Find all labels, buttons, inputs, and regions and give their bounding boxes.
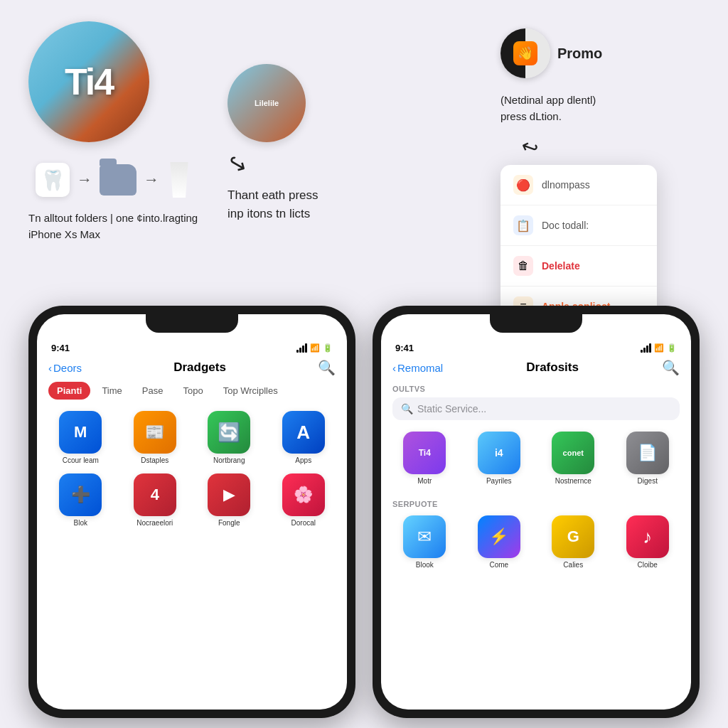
- nav-bar-right: ‹ Remomal Drafosits 🔍: [381, 356, 691, 382]
- phone-right: 9:41 📶 🔋 ‹ Remomal: [373, 306, 700, 718]
- back-button-right[interactable]: ‹ Remomal: [392, 362, 443, 374]
- app-label-come: Come: [489, 561, 508, 569]
- app-icon-ccour: M: [59, 411, 102, 454]
- app-grid-right-row2: ✉ Blook ⚡ Come G Calies ♪ Cloibe: [381, 510, 691, 575]
- notch-right: [490, 314, 582, 333]
- app-label-nostnernce: Nostnernce: [555, 477, 592, 486]
- app-icon-motr: Ti4: [403, 432, 446, 474]
- small-avatar-circle: Lilelile: [228, 64, 306, 142]
- app-item-dstaples[interactable]: 📰 Dstaples: [123, 411, 188, 465]
- folder-icon: [100, 164, 136, 196]
- phone-right-screen: 9:41 📶 🔋 ‹ Remomal: [381, 314, 691, 710]
- app-item-ccour[interactable]: M Ccour leam: [48, 411, 113, 465]
- notch-left: [146, 314, 238, 333]
- app-label-blook: Blook: [416, 561, 434, 569]
- app-label-nortbrang: Nortbrang: [213, 456, 245, 465]
- context-label-2: Doc todall:: [542, 220, 589, 231]
- app-icon-dstaples: 📰: [134, 411, 176, 454]
- section-label-bottom: SERPUOTE: [381, 497, 691, 510]
- arrow-icon2: →: [144, 171, 159, 189]
- top-section: Ti4 🦷 → → Tn alltout folders | one ¢into…: [0, 0, 728, 306]
- app-label-motr: Motr: [417, 477, 432, 486]
- app-icon-cloibe: ♪: [626, 515, 669, 558]
- section-label-top: OULTVS: [381, 382, 691, 395]
- avatar-area: Ti4 🦷 → → Tn alltout folders | one ¢into…: [28, 21, 213, 242]
- search-magnifier: 🔍: [401, 403, 413, 414]
- wifi-icon-right: 📶: [654, 343, 664, 353]
- app-item-fongle[interactable]: ▶ Fongle: [197, 473, 262, 528]
- app-icon-nocraeelori: 4: [134, 473, 176, 516]
- time-right: 9:41: [395, 343, 414, 353]
- avatar-label: Ti4: [65, 60, 113, 103]
- app-item-nocraeelori[interactable]: 4 Nocraeelori: [123, 473, 188, 528]
- app-label-dstaples: Dstaples: [141, 456, 168, 465]
- curved-arrow-icon: ↩: [222, 148, 252, 181]
- nav-bar-left: ‹ Deors Dradgets 🔍: [37, 356, 347, 382]
- back-label-right: Remomal: [397, 362, 443, 374]
- promo-area: 👋 Promo: [500, 28, 602, 78]
- tab-topo[interactable]: Topo: [174, 382, 211, 400]
- app-item-blok[interactable]: ➕ Blok: [48, 473, 113, 528]
- context-icon-2: 📋: [513, 215, 533, 235]
- avatar-circle: Ti4: [28, 21, 149, 142]
- context-icon-1: 🔴: [513, 175, 533, 195]
- app-icon-nostnernce: conet: [552, 432, 594, 474]
- tab-top-wrciplles[interactable]: Top Wrciplles: [215, 382, 287, 400]
- bottom-section: 9:41 📶 🔋 ‹ Deors Dr: [0, 306, 728, 728]
- time-left: 9:41: [51, 343, 70, 353]
- signal-icon: [296, 343, 307, 353]
- back-button-left[interactable]: ‹ Deors: [48, 362, 82, 374]
- search-icon-left[interactable]: 🔍: [318, 359, 336, 376]
- app-icon-nortbrang: 🔄: [208, 411, 250, 454]
- battery-icon-right: 🔋: [667, 343, 677, 353]
- small-circle-text: Lilelile: [252, 96, 282, 110]
- battery-icon: 🔋: [323, 343, 333, 353]
- app-icon-blok: ➕: [59, 473, 102, 516]
- app-item-calies[interactable]: G Calies: [541, 515, 606, 569]
- app-label-cloibe: Cloibe: [638, 561, 658, 569]
- app-icon-calies: G: [552, 515, 594, 558]
- status-icons-right: 📶 🔋: [641, 343, 677, 353]
- app-label-nocraeelori: Nocraeelori: [136, 519, 173, 528]
- search-placeholder: Static Service...: [417, 403, 486, 414]
- context-menu-item-3[interactable]: 🗑 Delelate: [500, 246, 657, 287]
- tab-pianti[interactable]: Pianti: [48, 382, 90, 400]
- curved-arrow2-icon: ↩: [518, 134, 542, 161]
- app-item-cloibe[interactable]: ♪ Cloibe: [616, 515, 680, 569]
- app-grid-right-row1: Ti4 Motr i4 Payriles conet Nostnernce 📄 …: [381, 426, 691, 491]
- app-icon-apps: A: [282, 411, 325, 454]
- app-item-come[interactable]: ⚡ Come: [467, 515, 532, 569]
- app-item-apps[interactable]: A Apps: [272, 411, 336, 465]
- app-item-nortbrang[interactable]: 🔄 Nortbrang: [197, 411, 262, 465]
- instruction-text: Thant eath press inp itons tn licts: [228, 186, 318, 223]
- bottom-label: Tn alltout folders | one ¢into.lragting …: [28, 210, 199, 242]
- search-bar-right[interactable]: 🔍 Static Service...: [392, 397, 680, 420]
- app-item-motr[interactable]: Ti4 Motr: [392, 432, 457, 486]
- context-icon-3: 🗑: [513, 256, 533, 276]
- cup-icon: [166, 162, 192, 198]
- avatar-icons: 🦷 → →: [36, 162, 192, 198]
- app-icon-digest: 📄: [626, 432, 669, 474]
- wifi-icon: 📶: [310, 343, 320, 353]
- app-icon-fongle: ▶: [208, 473, 250, 516]
- context-label-3: Delelate: [542, 260, 580, 272]
- app-item-payriles[interactable]: i4 Payriles: [467, 432, 532, 486]
- app-item-digest[interactable]: 📄 Digest: [616, 432, 680, 486]
- app-item-nostnernce[interactable]: conet Nostnernce: [541, 432, 606, 486]
- promo-split-circle: 👋: [500, 28, 550, 78]
- status-bar-left: 9:41 📶 🔋: [37, 337, 347, 356]
- app-item-dorocal[interactable]: 🌸 Dorocal: [272, 473, 336, 528]
- phone-left-screen: 9:41 📶 🔋 ‹ Deors Dr: [37, 314, 347, 710]
- app-item-blook[interactable]: ✉ Blook: [392, 515, 457, 569]
- tab-pase[interactable]: Pase: [134, 382, 172, 400]
- back-label-left: Deors: [53, 362, 82, 374]
- context-menu-item-2[interactable]: 📋 Doc todall:: [500, 205, 657, 246]
- promo-label: Promo: [557, 46, 602, 62]
- search-icon-right[interactable]: 🔍: [662, 359, 680, 376]
- app-label-fongle: Fongle: [218, 519, 240, 528]
- app-label-digest: Digest: [638, 477, 658, 486]
- app-grid-left-row1: M Ccour leam 📰 Dstaples 🔄 Nortbrang A Ap…: [37, 405, 347, 471]
- tab-time[interactable]: Time: [93, 382, 130, 400]
- status-bar-right: 9:41 📶 🔋: [381, 337, 691, 356]
- context-menu-item-1[interactable]: 🔴 dlnompass: [500, 165, 657, 205]
